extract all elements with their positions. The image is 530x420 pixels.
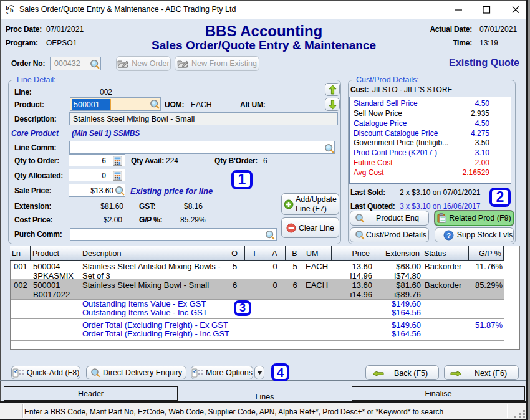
svg-text:?: ? [446,232,451,239]
svg-text:s: s [6,10,8,15]
svg-text:b: b [10,7,14,14]
